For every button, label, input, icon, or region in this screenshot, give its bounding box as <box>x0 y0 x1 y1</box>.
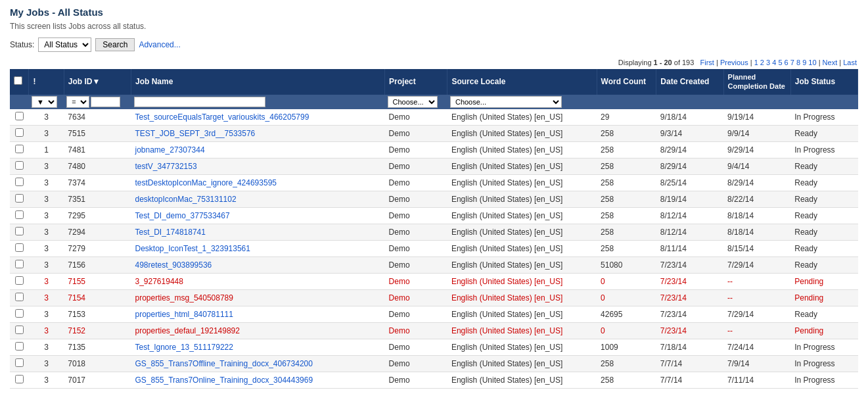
row-wordcount: 258 <box>597 355 656 372</box>
job-name-link[interactable]: testV_347732153 <box>135 162 197 171</box>
job-name-link[interactable]: properties_msg_540508789 <box>135 293 233 303</box>
row-planned: -- <box>723 322 790 339</box>
search-button[interactable]: Search <box>95 38 135 51</box>
table-row: 3 7156 498retest_903899536 Demo English … <box>10 256 858 273</box>
status-select[interactable]: All Status <box>38 37 91 52</box>
row-checkbox[interactable] <box>15 128 24 137</box>
row-checkbox[interactable] <box>15 293 24 301</box>
pagination-4[interactable]: 4 <box>772 59 776 66</box>
row-checkbox[interactable] <box>15 342 24 351</box>
pagination-6[interactable]: 6 <box>785 59 788 66</box>
planned-header: Planned Completion Date <box>723 69 790 95</box>
job-name-link[interactable]: Test_sourceEqualsTarget_variouskits_4662… <box>135 112 309 122</box>
row-checkbox-cell <box>10 207 29 224</box>
row-locale: English (United States) [en_US] <box>447 191 597 207</box>
jobid-operator-select[interactable]: = <box>66 96 89 108</box>
row-checkbox[interactable] <box>15 326 24 334</box>
priority-filter-select[interactable]: ▼ <box>32 96 57 108</box>
row-status: Ready <box>790 158 857 174</box>
row-jobid: 7374 <box>64 174 131 191</box>
table-row: 3 7153 properties_html_840781111 Demo En… <box>10 306 858 322</box>
row-wordcount: 258 <box>597 224 656 240</box>
row-jobname: testV_347732153 <box>131 158 385 174</box>
select-all-checkbox[interactable] <box>14 76 22 85</box>
table-row: 3 7634 Test_sourceEqualsTarget_variouski… <box>10 109 858 126</box>
pagination-1[interactable]: 1 <box>754 59 758 66</box>
pagination-5[interactable]: 5 <box>778 59 782 66</box>
row-jobid: 7294 <box>64 224 131 240</box>
job-name-link[interactable]: properties_defaul_192149892 <box>135 326 240 335</box>
row-wordcount: 0 <box>597 289 656 306</box>
project-filter-select[interactable]: Choose... <box>388 96 438 108</box>
row-checkbox[interactable] <box>15 194 24 203</box>
job-name-link[interactable]: Test_DI_174818741 <box>135 228 206 237</box>
job-name-link[interactable]: Test_DI_demo_377533467 <box>135 211 230 220</box>
job-name-link[interactable]: Desktop_IconTest_1_323913561 <box>135 244 250 253</box>
filter-project-col: Choose... <box>385 95 447 109</box>
pagination-last[interactable]: Last <box>843 59 857 66</box>
row-checkbox[interactable] <box>15 112 24 120</box>
row-status: In Progress <box>790 355 857 372</box>
row-checkbox[interactable] <box>15 178 24 186</box>
job-name-link[interactable]: 498retest_903899536 <box>135 260 212 270</box>
advanced-link[interactable]: Advanced... <box>139 40 180 49</box>
pagination-2[interactable]: 2 <box>760 59 764 66</box>
row-checkbox[interactable] <box>15 260 24 268</box>
job-name-link[interactable]: 3_927619448 <box>135 277 183 286</box>
jobid-filter-input[interactable] <box>91 97 120 107</box>
pagination-10[interactable]: 10 <box>808 59 816 66</box>
row-checkbox[interactable] <box>15 276 24 285</box>
row-jobid: 7152 <box>64 322 131 339</box>
row-checkbox[interactable] <box>15 227 24 235</box>
table-row: 3 7135 Test_Ignore_13_511179222 Demo Eng… <box>10 339 858 355</box>
pagination-next[interactable]: Next <box>823 59 838 66</box>
row-wordcount: 258 <box>597 240 656 256</box>
pagination-text: Displaying 1 - 20 of 193 <box>618 59 695 66</box>
job-name-link[interactable]: properties_html_840781111 <box>135 310 233 319</box>
row-checkbox[interactable] <box>15 309 24 318</box>
row-wordcount: 42695 <box>597 306 656 322</box>
row-jobname: GS_855_Trans7Online_Training_docx_304443… <box>131 372 385 388</box>
table-row: 1 7481 jobname_27307344 Demo English (Un… <box>10 141 858 158</box>
job-name-link[interactable]: jobname_27307344 <box>135 145 205 155</box>
job-name-link[interactable]: testDesktopIconMac_ignore_424693595 <box>135 178 277 187</box>
job-name-link[interactable]: GS_855_Trans7Offline_Training_docx_40673… <box>135 359 313 368</box>
row-priority: 3 <box>29 224 64 240</box>
job-name-link[interactable]: GS_855_Trans7Online_Training_docx_304443… <box>135 376 313 385</box>
job-name-link[interactable]: TEST_JOB_SEPT_3rd__7533576 <box>135 129 256 138</box>
job-name-link[interactable]: desktopIconMac_753131102 <box>135 195 237 204</box>
row-jobname: jobname_27307344 <box>131 141 385 158</box>
row-status: Ready <box>790 125 857 141</box>
row-checkbox[interactable] <box>15 375 24 383</box>
row-checkbox-cell <box>10 191 29 207</box>
row-jobid: 7515 <box>64 125 131 141</box>
jobname-filter-input[interactable] <box>134 97 265 107</box>
row-checkbox[interactable] <box>15 145 24 153</box>
pagination-previous[interactable]: Previous <box>720 59 748 66</box>
pagination-3[interactable]: 3 <box>766 59 770 66</box>
row-checkbox[interactable] <box>15 161 24 170</box>
pagination-9[interactable]: 9 <box>802 59 806 66</box>
row-project: Demo <box>385 158 447 174</box>
row-project: Demo <box>385 207 447 224</box>
row-wordcount: 0 <box>597 322 656 339</box>
row-locale: English (United States) [en_US] <box>447 372 597 388</box>
pagination-8[interactable]: 8 <box>796 59 800 66</box>
job-name-link[interactable]: Test_Ignore_13_511179222 <box>135 343 233 352</box>
row-planned: 7/11/14 <box>723 372 790 388</box>
jobid-header[interactable]: Job ID▼ <box>64 69 131 95</box>
locale-header-label: Source Locale <box>451 77 505 86</box>
row-checkbox[interactable] <box>15 358 24 367</box>
locale-filter-select[interactable]: Choose... <box>450 96 562 108</box>
row-checkbox-cell <box>10 158 29 174</box>
pagination-7[interactable]: 7 <box>790 59 794 66</box>
row-checkbox[interactable] <box>15 210 24 219</box>
row-jobname: properties_msg_540508789 <box>131 289 385 306</box>
row-wordcount: 258 <box>597 207 656 224</box>
row-wordcount: 258 <box>597 174 656 191</box>
planned-header-label: Planned Completion Date <box>728 73 785 90</box>
row-jobname: TEST_JOB_SEPT_3rd__7533576 <box>131 125 385 141</box>
row-planned: 7/29/14 <box>723 306 790 322</box>
row-checkbox[interactable] <box>15 243 24 252</box>
pagination-first[interactable]: First <box>700 59 714 66</box>
